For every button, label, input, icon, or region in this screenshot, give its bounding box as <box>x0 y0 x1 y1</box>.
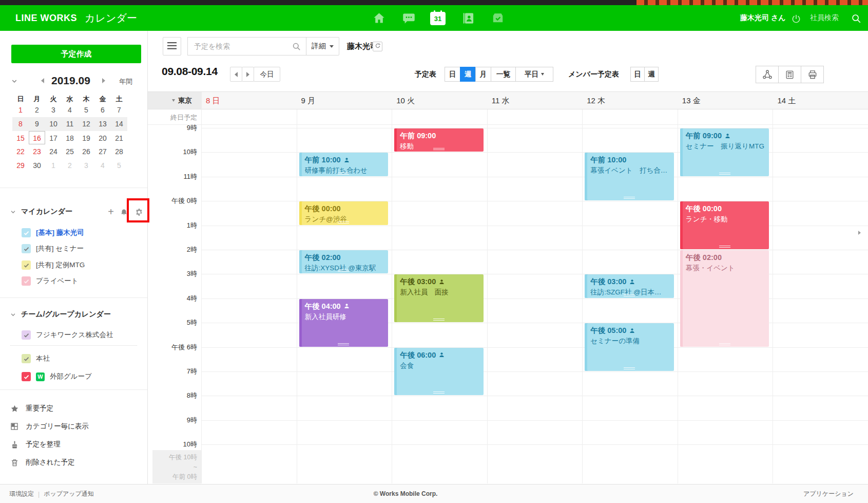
prev-week-button[interactable] <box>230 67 242 82</box>
minical-date[interactable]: 2 <box>62 159 78 172</box>
calendar-event[interactable]: 午後 02:00幕張・イベント <box>680 250 769 347</box>
minical-date[interactable]: 5 <box>78 103 94 117</box>
minical-date[interactable]: 1 <box>45 159 62 172</box>
minical-date[interactable]: 29 <box>12 159 29 172</box>
home-icon[interactable] <box>371 11 387 25</box>
calendar-event[interactable]: 午後 03:00往訪:SZGF社 @日本… <box>585 274 674 297</box>
calendar-event[interactable]: 午前 09:00移動 <box>394 128 484 152</box>
footer-application-link[interactable]: アプリケーション <box>803 485 854 503</box>
team-calendars-header[interactable]: チーム/グループカレンダー <box>10 309 111 320</box>
refresh-icon[interactable] <box>373 42 382 51</box>
current-user-name[interactable]: 藤木光司 さん <box>740 5 786 31</box>
calendar-color-checkbox[interactable] <box>22 330 31 340</box>
calendar-icon[interactable]: 31 <box>430 12 446 25</box>
member-view-週[interactable]: 週 <box>644 67 659 82</box>
search-detail-button[interactable]: 詳細 <box>306 37 339 55</box>
sidebar-tool-star[interactable]: 重要予定 <box>10 403 53 414</box>
minical-date[interactable]: 10 <box>45 117 62 131</box>
calendar-event[interactable]: 午前 09:00セミナー 振り返りMTG <box>680 128 769 176</box>
minical-date[interactable]: 3 <box>45 103 62 117</box>
app-logo[interactable]: LINE WORKS カレンダー <box>15 5 137 31</box>
sidebar-tool-category-grid[interactable]: カテゴリー毎に表示 <box>10 421 89 432</box>
collapsed-hours-cell[interactable]: 午後 10時~午前 0時 <box>152 450 201 483</box>
search-icon[interactable] <box>292 42 301 53</box>
next-week-button[interactable] <box>242 67 254 82</box>
contacts-icon[interactable] <box>460 11 476 25</box>
minical-date[interactable]: 28 <box>111 145 127 158</box>
minical-date[interactable]: 24 <box>45 145 62 158</box>
timezone-selector[interactable]: 東京 <box>148 92 201 109</box>
menu-hamburger-icon[interactable] <box>163 37 181 55</box>
minical-date[interactable]: 9 <box>29 117 45 131</box>
minical-date[interactable]: 2 <box>29 103 45 117</box>
minical-date[interactable]: 11 <box>62 117 78 131</box>
calendar-color-checkbox[interactable] <box>22 244 31 253</box>
minical-prev-month-icon[interactable] <box>41 78 44 83</box>
logout-power-icon[interactable] <box>788 12 804 26</box>
minical-date[interactable]: 27 <box>94 145 111 158</box>
minical-next-month-icon[interactable] <box>102 78 105 83</box>
calendar-event[interactable]: 午後 02:00往訪:XYSD社 @東京駅 <box>299 250 389 273</box>
minical-date[interactable]: 4 <box>94 159 111 172</box>
org-share-icon[interactable] <box>756 66 779 83</box>
minical-date[interactable]: 26 <box>78 145 94 158</box>
calendar-color-checkbox[interactable] <box>22 228 31 237</box>
event-search-input[interactable] <box>188 38 285 55</box>
sidebar-tool-trash[interactable]: 削除された予定 <box>10 457 74 468</box>
minical-date[interactable]: 8 <box>12 117 29 131</box>
create-event-button[interactable]: 予定作成 <box>11 45 141 63</box>
minical-date[interactable]: 5 <box>111 159 127 172</box>
minical-date[interactable]: 13 <box>94 117 111 131</box>
minical-date[interactable]: 21 <box>111 132 127 145</box>
calendar-event[interactable]: 午後 00:00ランチ@渋谷 <box>299 201 389 225</box>
add-calendar-icon[interactable]: + <box>106 207 116 217</box>
calendar-event[interactable]: 午後 03:00新入社員 面接 <box>394 274 484 322</box>
my-calendars-header[interactable]: マイカレンダー <box>10 206 72 217</box>
schedule-view-一覧[interactable]: 一覧 <box>491 67 516 82</box>
minical-date[interactable]: 23 <box>29 145 45 158</box>
schedule-view-月[interactable]: 月 <box>475 67 491 82</box>
schedule-view-日[interactable]: 日 <box>445 67 460 82</box>
minical-date[interactable]: 18 <box>62 132 78 145</box>
minical-collapse-icon[interactable] <box>11 77 17 86</box>
member-view-日[interactable]: 日 <box>630 67 645 82</box>
minical-date[interactable]: 15 <box>12 132 29 145</box>
calendar-color-checkbox[interactable] <box>22 354 31 363</box>
tasks-icon[interactable] <box>490 11 506 25</box>
schedule-view-平日[interactable]: 平日 <box>515 67 553 82</box>
minical-date[interactable]: 17 <box>45 132 62 145</box>
minical-date[interactable]: 4 <box>62 103 78 117</box>
minical-date[interactable]: 1 <box>12 103 29 117</box>
minical-date[interactable]: 16 <box>29 131 45 144</box>
member-search-link[interactable]: 社員検索 <box>810 5 839 31</box>
search-icon[interactable] <box>848 11 864 26</box>
minical-date[interactable]: 22 <box>12 145 29 158</box>
calendar-event[interactable]: 午後 04:00新入社員研修 <box>299 299 389 347</box>
calendar-color-checkbox[interactable] <box>22 372 31 381</box>
calendar-color-checkbox[interactable] <box>22 260 31 270</box>
print-icon[interactable] <box>801 66 824 83</box>
messenger-icon[interactable] <box>401 11 416 25</box>
calendar-event[interactable]: 午前 10:00研修事前打ち合わせ <box>299 153 389 176</box>
minical-date[interactable]: 30 <box>29 159 45 172</box>
expand-right-icon[interactable] <box>858 231 861 235</box>
sidebar-tool-organize-broom[interactable]: 予定を整理 <box>10 439 61 450</box>
minical-date[interactable]: 7 <box>111 103 127 117</box>
minical-year-view-link[interactable]: 年間 <box>119 77 132 86</box>
calendar-event[interactable]: 午後 00:00ランチ・移動 <box>680 201 769 249</box>
minical-date[interactable]: 12 <box>78 117 94 131</box>
calendar-event[interactable]: 午後 06:00会食 <box>394 348 484 396</box>
minical-date[interactable]: 14 <box>111 117 127 131</box>
schedule-view-週[interactable]: 週 <box>460 67 476 82</box>
calendar-event[interactable]: 午後 05:00セミナーの準備 <box>585 323 674 371</box>
minical-date[interactable]: 20 <box>94 132 111 145</box>
today-button[interactable]: 今日 <box>254 67 280 82</box>
calendar-color-checkbox[interactable] <box>22 276 31 286</box>
minical-date[interactable]: 3 <box>78 159 94 172</box>
footer-link[interactable]: ポップアップ通知 <box>44 490 94 498</box>
calendar-event[interactable]: 午前 10:00幕張イベント 打ち合… <box>585 153 674 200</box>
minical-date[interactable]: 6 <box>94 103 111 117</box>
footer-link[interactable]: 環境設定 <box>9 490 34 498</box>
minical-date[interactable]: 25 <box>62 145 78 158</box>
minical-date[interactable]: 19 <box>78 132 94 145</box>
